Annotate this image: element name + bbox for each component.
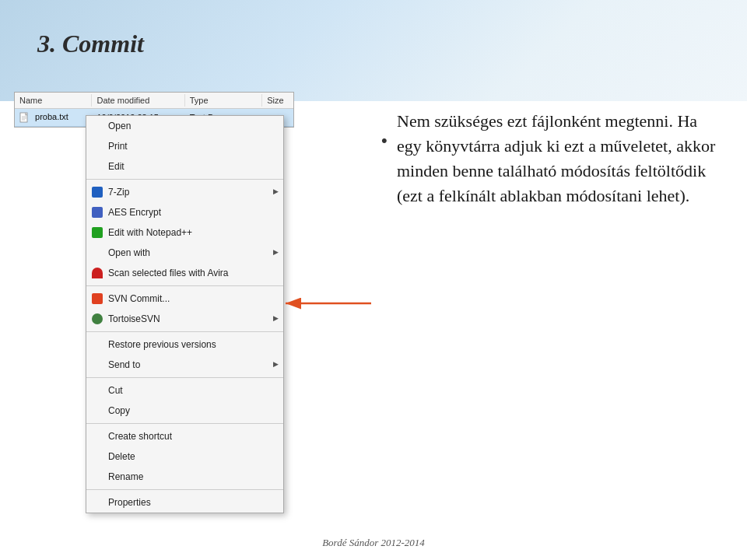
menu-item-print[interactable]: Print — [86, 136, 283, 156]
menu-item-rename[interactable]: Rename — [86, 467, 283, 487]
explanation-box: Nem szükséges ezt fájlonként megtenni. H… — [397, 109, 724, 208]
notepad-icon — [91, 226, 103, 239]
menu-item-delete[interactable]: Delete — [86, 446, 283, 467]
col-date: Date modified — [92, 94, 184, 107]
svn-icon — [91, 292, 103, 305]
separator-5 — [86, 423, 283, 424]
menu-item-svncommit[interactable]: SVN Commit... — [86, 289, 283, 309]
aes-icon — [91, 206, 103, 219]
menu-item-createshortcut[interactable]: Create shortcut — [86, 426, 283, 446]
bullet-point: • — [381, 131, 388, 151]
menu-item-cut[interactable]: Cut — [86, 380, 283, 401]
menu-item-open[interactable]: Open — [86, 116, 283, 136]
slide-title: 3. Commit — [37, 30, 144, 58]
explanation-text: Nem szükséges ezt fájlonként megtenni. H… — [397, 109, 724, 208]
menu-item-tortoise[interactable]: TortoiseSVN — [86, 309, 283, 329]
menu-item-edit[interactable]: Edit — [86, 156, 283, 177]
7zip-icon — [91, 186, 103, 198]
menu-item-avira[interactable]: Scan selected files with Avira — [86, 263, 283, 283]
col-size: Size — [262, 94, 293, 107]
menu-item-aes[interactable]: AES Encrypt — [86, 202, 283, 222]
file-icon — [19, 112, 30, 123]
menu-item-openwith[interactable]: Open with — [86, 243, 283, 263]
separator-2 — [86, 285, 283, 286]
menu-item-properties[interactable]: Properties — [86, 492, 283, 513]
context-menu: Open Print Edit 7-Zip AES Encrypt Edit w… — [86, 115, 284, 513]
separator-4 — [86, 377, 283, 378]
tortoise-icon — [91, 313, 103, 325]
menu-item-notepad[interactable]: Edit with Notepad++ — [86, 222, 283, 243]
menu-item-7zip[interactable]: 7-Zip — [86, 182, 283, 202]
menu-item-copy[interactable]: Copy — [86, 401, 283, 421]
menu-item-sendto[interactable]: Send to — [86, 355, 283, 375]
col-name: Name — [15, 94, 92, 107]
separator-6 — [86, 489, 283, 490]
menu-item-restore[interactable]: Restore previous versions — [86, 334, 283, 355]
file-name: proba.txt — [15, 110, 92, 124]
col-type: Type — [185, 94, 262, 107]
separator-3 — [86, 331, 283, 332]
footer-text: Bordé Sándor 2012-2014 — [322, 537, 425, 549]
avira-icon — [91, 267, 103, 279]
arrow-indicator — [282, 294, 375, 316]
separator-1 — [86, 179, 283, 180]
explorer-header: Name Date modified Type Size — [15, 93, 293, 109]
